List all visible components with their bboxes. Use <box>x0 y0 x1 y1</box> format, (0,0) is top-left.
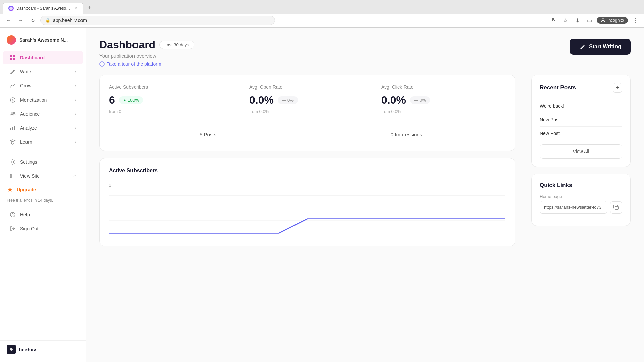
post-item-3[interactable]: New Post <box>540 127 622 140</box>
sidebar-item-analyze[interactable]: Analyze › <box>3 121 83 135</box>
copy-url-button[interactable] <box>610 201 622 214</box>
recent-posts-card: Recent Posts + We're back! New Post New … <box>531 75 631 167</box>
active-subscribers-label: Active Subscribers <box>109 84 233 90</box>
chart-area: 1 <box>109 183 505 237</box>
address-text: app.beehiiv.com <box>53 18 87 23</box>
sign-out-icon <box>9 225 16 232</box>
pub-name-section[interactable]: Sarah's Awesome N... <box>0 32 86 48</box>
grow-icon <box>9 82 16 89</box>
tab-favicon <box>8 6 14 11</box>
sidebar-item-learn[interactable]: Learn › <box>3 135 83 149</box>
sidebar-item-dashboard[interactable]: Dashboard <box>3 51 83 64</box>
svg-rect-14 <box>10 174 15 178</box>
upgrade-label: Upgrade <box>17 187 36 192</box>
more-button[interactable]: ⋮ <box>631 16 640 25</box>
stats-card: Active Subscribers 6 100% from 0 <box>99 75 515 151</box>
sidebar-item-write[interactable]: Write › <box>3 65 83 78</box>
view-all-button[interactable]: View All <box>540 144 622 159</box>
avg-open-rate-from: from 0.0% <box>249 109 365 114</box>
main-content: Dashboard Last 30 days Your publication … <box>86 28 644 362</box>
tab-title: Dashboard - Sarah's Awesome N... <box>16 6 72 11</box>
stats-grid: Active Subscribers 6 100% from 0 <box>109 84 505 114</box>
analyze-chevron-icon: › <box>75 126 76 130</box>
back-button[interactable]: ← <box>4 16 13 25</box>
svg-text:$: $ <box>12 99 13 102</box>
lock-icon: 🔒 <box>45 18 50 23</box>
learn-chevron-icon: › <box>75 140 76 144</box>
sidebar-item-grow[interactable]: Grow › <box>3 79 83 93</box>
reload-button[interactable]: ↻ <box>28 16 38 25</box>
active-subscribers-badge: 100% <box>119 96 143 104</box>
learn-label: Learn <box>20 139 32 145</box>
incognito-label: Incognito <box>607 18 624 23</box>
write-icon <box>9 68 16 75</box>
svg-rect-23 <box>615 206 618 209</box>
bookmark-icon[interactable]: ☆ <box>560 16 570 25</box>
svg-point-18 <box>102 65 102 66</box>
sign-out-label: Sign Out <box>20 226 38 231</box>
svg-rect-10 <box>10 128 11 130</box>
avg-open-rate-badge: — 0% <box>278 96 298 104</box>
svg-rect-11 <box>12 127 13 130</box>
avg-click-rate-from: from 0.0% <box>381 109 497 114</box>
download-icon[interactable]: ⬇ <box>573 16 582 25</box>
avg-click-rate-value: 0.0% <box>381 94 406 106</box>
days-badge[interactable]: Last 30 days <box>159 41 194 49</box>
tab-close-button[interactable]: × <box>75 6 77 11</box>
settings-label: Settings <box>20 159 37 165</box>
dashboard-label: Dashboard <box>20 55 45 60</box>
svg-rect-2 <box>10 55 12 57</box>
help-label: Help <box>20 212 30 217</box>
avg-click-rate-label: Avg. Click Rate <box>381 84 497 90</box>
home-page-label: Home page <box>540 194 622 199</box>
recent-posts-header: Recent Posts + <box>540 83 622 93</box>
page-subtitle: Your publication overview <box>99 53 194 59</box>
new-tab-button[interactable]: + <box>85 4 94 13</box>
sidebar-item-settings[interactable]: Settings <box>3 155 83 169</box>
address-bar[interactable]: 🔒 app.beehiiv.com <box>40 16 275 25</box>
sidebar-item-upgrade[interactable]: Upgrade <box>0 183 86 196</box>
audience-label: Audience <box>20 111 40 117</box>
monetization-icon: $ <box>9 97 16 103</box>
chart-section: Active Subscribers ⋮ 1 <box>99 158 515 246</box>
learn-icon <box>9 139 16 145</box>
home-page-link: Home page https://sarahs-newsletter-fd73 <box>540 194 622 214</box>
dashboard-icon <box>9 54 16 61</box>
active-subscribers-badge-text: 100% <box>128 98 139 103</box>
sidebar-item-sign-out[interactable]: Sign Out <box>3 222 83 235</box>
sidebar-item-audience[interactable]: Audience › <box>3 107 83 121</box>
svg-point-13 <box>12 161 14 163</box>
content-area: Active Subscribers 6 100% from 0 <box>99 75 515 246</box>
svg-text:?: ? <box>12 213 14 217</box>
chart-title: Active Subscribers <box>109 168 158 174</box>
post-item-1[interactable]: We're back! <box>540 99 622 113</box>
post-item-2[interactable]: New Post <box>540 113 622 127</box>
view-site-label: View Site <box>20 173 40 179</box>
svg-point-0 <box>9 7 13 10</box>
grow-label: Grow <box>20 83 31 88</box>
forward-button[interactable]: → <box>16 16 25 25</box>
sidebar-item-monetization[interactable]: $ Monetization › <box>3 93 83 107</box>
svg-rect-4 <box>10 58 12 60</box>
active-subscribers-value: 6 <box>109 94 115 106</box>
tour-link[interactable]: Take a tour of the platform <box>99 61 194 67</box>
svg-point-9 <box>13 112 15 114</box>
audience-icon <box>9 111 16 117</box>
write-chevron-icon: › <box>75 69 76 74</box>
posts-count: 5 Posts <box>109 128 307 141</box>
screen-reader-icon[interactable]: 👁 <box>548 16 558 25</box>
view-site-icon <box>9 173 16 179</box>
start-writing-label: Start Writing <box>589 44 621 50</box>
beehiiv-logo: beehiiv <box>7 345 36 354</box>
browser-tab[interactable]: Dashboard - Sarah's Awesome N... × <box>3 3 83 14</box>
monetization-chevron-icon: › <box>75 98 76 102</box>
sidebar-item-help[interactable]: ? Help <box>3 208 83 221</box>
page-title: Dashboard Last 30 days <box>99 39 194 51</box>
pub-avatar <box>7 35 16 45</box>
add-post-button[interactable]: + <box>613 83 622 93</box>
sidebar-item-view-site[interactable]: View Site ↗ <box>3 169 83 183</box>
incognito-badge[interactable]: Incognito <box>597 17 628 24</box>
recent-posts-title: Recent Posts <box>540 84 576 91</box>
start-writing-button[interactable]: Start Writing <box>570 39 631 55</box>
device-icon[interactable]: ▭ <box>585 16 594 25</box>
